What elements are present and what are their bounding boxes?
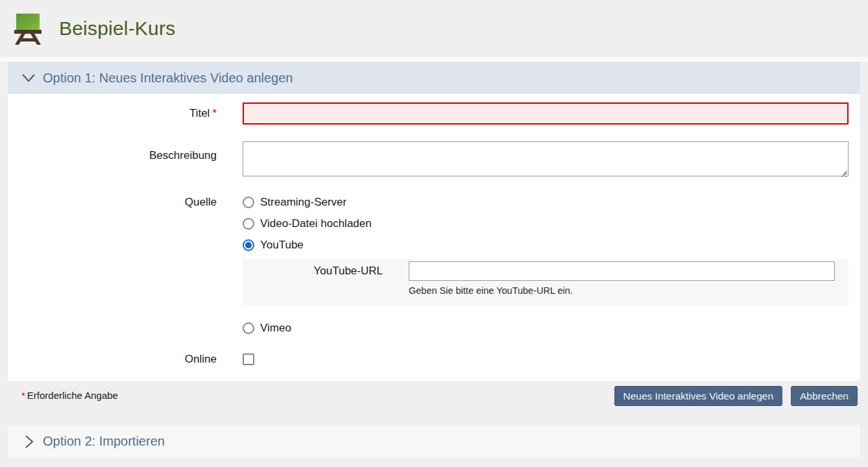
- submit-button[interactable]: Neues Interaktives Video anlegen: [614, 386, 783, 406]
- source-field-row: Quelle Streaming-Server Video-Datei hoch…: [8, 195, 849, 336]
- youtube-url-panel: YouTube-URL Geben Sie bitte eine YouTube…: [243, 259, 849, 306]
- title-field-row: Titel*: [8, 102, 849, 125]
- cancel-button[interactable]: Abbrechen: [791, 386, 858, 406]
- radio-option-video-upload[interactable]: Video-Datei hochladen: [243, 216, 849, 232]
- accordion-option2-header[interactable]: Option 2: Importieren: [8, 425, 860, 457]
- page-header: Beispiel-Kurs: [0, 0, 868, 57]
- radio-icon-unchecked[interactable]: [243, 322, 254, 334]
- create-video-form: Titel* Beschreibung Quelle Streaming-Ser…: [8, 94, 860, 381]
- page-title: Beispiel-Kurs: [59, 18, 175, 40]
- description-label: Beschreibung: [8, 141, 217, 179]
- online-checkbox[interactable]: [243, 353, 254, 365]
- online-label: Online: [8, 353, 217, 365]
- content-area: Option 1: Neues Interaktives Video anleg…: [8, 62, 860, 457]
- required-asterisk: *: [21, 390, 25, 401]
- radio-option-youtube[interactable]: YouTube: [243, 237, 849, 253]
- description-field-row: Beschreibung: [8, 141, 849, 179]
- youtube-url-hint: Geben Sie bitte eine YouTube-URL ein.: [409, 285, 835, 296]
- radio-option-vimeo[interactable]: Vimeo: [243, 320, 849, 336]
- accordion-option1-header[interactable]: Option 1: Neues Interaktives Video anleg…: [8, 62, 860, 94]
- radio-icon-unchecked[interactable]: [243, 218, 254, 230]
- radio-option-streaming-server[interactable]: Streaming-Server: [243, 195, 849, 210]
- accordion-option2-title: Option 2: Importieren: [43, 434, 165, 449]
- chevron-down-icon: [21, 70, 36, 86]
- description-textarea[interactable]: [243, 141, 849, 176]
- accordion-option1-title: Option 1: Neues Interaktives Video anleg…: [43, 71, 293, 86]
- required-note: *Erforderliche Angabe: [21, 390, 118, 422]
- radio-icon-checked[interactable]: [243, 239, 254, 251]
- title-label: Titel*: [8, 102, 217, 125]
- title-input[interactable]: [243, 102, 849, 125]
- youtube-url-input[interactable]: [409, 261, 835, 281]
- required-asterisk: *: [212, 107, 217, 119]
- course-icon: [13, 12, 43, 45]
- radio-icon-unchecked[interactable]: [243, 197, 254, 208]
- chevron-right-icon: [21, 434, 36, 449]
- source-label: Quelle: [8, 195, 217, 336]
- online-field-row: Online: [8, 353, 849, 365]
- header-divider: [0, 57, 868, 62]
- form-footer: *Erforderliche Angabe Neues Interaktives…: [8, 381, 860, 422]
- youtube-url-label: YouTube-URL: [243, 261, 383, 296]
